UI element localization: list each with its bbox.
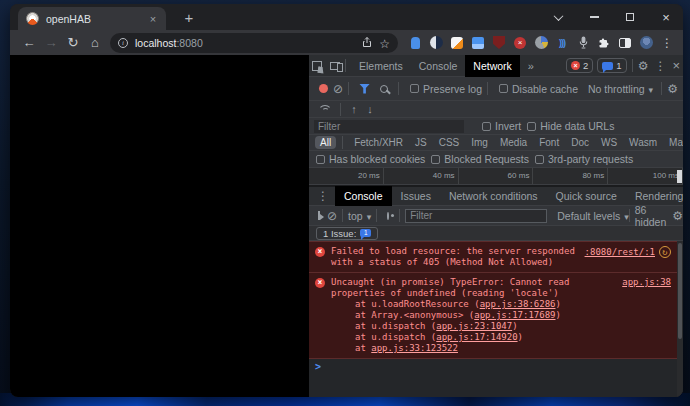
filter-funnel-icon[interactable] (359, 84, 370, 94)
browser-tab[interactable]: openHAB × (18, 7, 166, 30)
devtools-settings-gear-icon[interactable] (638, 59, 649, 73)
drawer-tab-console[interactable]: Console (335, 186, 392, 207)
bookmark-star-icon[interactable] (379, 34, 390, 52)
more-tabs-icon[interactable] (520, 55, 542, 77)
stack-link[interactable]: app.js:17:17689 (474, 310, 555, 320)
type-filter-doc[interactable]: Doc (566, 136, 594, 149)
inspect-icon[interactable] (312, 61, 322, 71)
window-menu-chevron-icon[interactable] (551, 10, 565, 24)
type-filter-manifest[interactable]: Manifest (664, 136, 683, 149)
forward-icon[interactable]: → (40, 35, 62, 50)
console-scrollbar[interactable] (677, 241, 683, 397)
console-error-message[interactable]: :8080/rest/:1 Failed to load resource: t… (309, 241, 683, 273)
share-icon[interactable] (361, 34, 373, 52)
console-messages: :8080/rest/:1 Failed to load resource: t… (309, 241, 683, 397)
import-har-icon[interactable] (346, 103, 362, 115)
tab-close-icon[interactable]: × (146, 12, 160, 26)
globe-extension-icon[interactable] (534, 36, 548, 50)
error-source-link[interactable]: :8080/rest/:1 (585, 247, 655, 258)
context-selector[interactable]: top (348, 210, 363, 222)
insight-icon[interactable] (659, 246, 671, 258)
address-bar[interactable]: localhost:8080 (110, 33, 398, 53)
drawer-menu-dots-icon[interactable] (317, 189, 329, 203)
device-toolbar-icon[interactable] (330, 62, 340, 70)
type-filter-fetch[interactable]: Fetch/XHR (349, 136, 408, 149)
network-waterfall-ruler[interactable]: 20 ms 40 ms 60 ms 80 ms 100 ms (309, 168, 683, 185)
tab-console[interactable]: Console (411, 55, 466, 77)
type-filter-wasm[interactable]: Wasm (624, 136, 662, 149)
prompt-chevron-icon (315, 361, 321, 373)
stack-link[interactable]: app.js:38:6286 (480, 299, 556, 309)
timeline-scrollbar[interactable] (677, 170, 682, 183)
third-party-requests-checkbox[interactable] (535, 155, 544, 164)
clear-network-log-icon[interactable] (333, 82, 343, 96)
stack-link[interactable]: app.js:23:1047 (436, 321, 512, 331)
dark-reader-extension-icon[interactable] (429, 36, 443, 50)
disable-cache-checkbox[interactable] (499, 84, 508, 93)
throttling-select[interactable]: No throttling (588, 83, 645, 95)
extensions-puzzle-icon[interactable] (597, 36, 611, 50)
network-filter-input[interactable] (314, 120, 464, 133)
side-panel-icon[interactable] (618, 36, 632, 50)
maximize-button[interactable] (623, 10, 637, 24)
record-icon[interactable] (319, 84, 328, 93)
devtools-close-icon[interactable] (672, 58, 680, 73)
search-icon[interactable] (380, 85, 388, 93)
network-settings-gear-icon[interactable] (667, 82, 678, 96)
stack-link[interactable]: app.js:33:123522 (371, 343, 458, 353)
orange-doc-extension-icon[interactable] (450, 36, 464, 50)
error-count-badge[interactable]: 2 (566, 58, 593, 73)
microphone-icon[interactable] (576, 36, 590, 50)
invert-checkbox[interactable] (482, 122, 491, 131)
type-filter-all[interactable]: All (315, 136, 336, 149)
close-button[interactable]: × (659, 10, 673, 24)
extensions-row: × ))) (408, 36, 674, 50)
log-levels-select[interactable]: Default levels (557, 210, 620, 222)
console-error-message[interactable]: app.js:38 Uncaught (in promise) TypeErro… (309, 273, 683, 359)
preserve-log-checkbox[interactable] (410, 84, 419, 93)
sound-waves-extension-icon[interactable]: ))) (555, 36, 569, 50)
drawer-tab-issues[interactable]: Issues (392, 186, 440, 207)
profile-avatar[interactable] (639, 36, 653, 50)
drawer-tab-quick-source[interactable]: Quick source (547, 186, 626, 207)
red-blocker-extension-icon[interactable]: × (513, 36, 527, 50)
invert-label: Invert (495, 120, 521, 132)
back-icon[interactable]: ← (18, 35, 40, 50)
has-blocked-cookies-checkbox[interactable] (316, 155, 325, 164)
network-conditions-icon[interactable] (318, 105, 331, 114)
type-filter-media[interactable]: Media (495, 136, 532, 149)
drawer-tab-network-conditions[interactable]: Network conditions (440, 186, 547, 207)
ublock-extension-icon[interactable] (492, 36, 506, 50)
browser-menu-dots-icon[interactable] (660, 36, 674, 50)
photos-extension-icon[interactable] (471, 36, 485, 50)
tab-network[interactable]: Network (465, 55, 520, 77)
console-sidebar-icon[interactable] (318, 211, 320, 220)
hide-data-urls-checkbox[interactable] (527, 122, 536, 131)
pointer-extension-icon[interactable] (408, 36, 422, 50)
console-filter-input[interactable] (405, 209, 547, 223)
type-filter-css[interactable]: CSS (434, 136, 465, 149)
type-filter-js[interactable]: JS (410, 136, 432, 149)
minimize-button[interactable] (587, 10, 601, 24)
console-settings-gear-icon[interactable] (672, 209, 683, 223)
issue-chip[interactable]: 1 Issue: 1 (316, 227, 378, 240)
export-har-icon[interactable] (362, 103, 378, 115)
issue-count-badge[interactable]: 1 (597, 58, 626, 73)
type-filter-img[interactable]: Img (466, 136, 493, 149)
site-info-icon[interactable] (118, 38, 128, 48)
error-source-link[interactable]: app.js:38 (622, 277, 671, 288)
home-icon[interactable]: ⌂ (84, 35, 106, 50)
type-filter-font[interactable]: Font (534, 136, 564, 149)
page-viewport[interactable] (10, 55, 308, 397)
blocked-requests-checkbox[interactable] (431, 155, 440, 164)
tab-elements[interactable]: Elements (351, 55, 411, 77)
devtools-menu-dots-icon[interactable] (654, 59, 666, 73)
new-tab-button[interactable]: + (180, 9, 198, 27)
reload-icon[interactable]: ↻ (62, 35, 84, 50)
live-expression-eye-icon[interactable] (387, 212, 389, 220)
stack-link[interactable]: app.js:17:14920 (436, 332, 517, 342)
console-prompt[interactable] (309, 359, 683, 375)
scrollbar-thumb[interactable] (678, 243, 682, 339)
clear-console-icon[interactable] (327, 209, 337, 223)
type-filter-ws[interactable]: WS (596, 136, 622, 149)
